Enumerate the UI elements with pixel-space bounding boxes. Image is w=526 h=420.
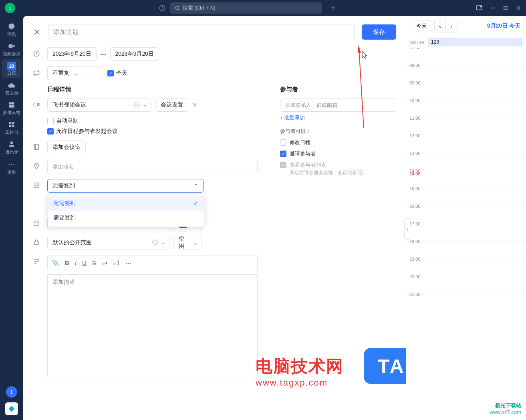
more-icon: ⋯: [8, 160, 15, 169]
visibility-value: 默认的公开范围: [52, 239, 92, 246]
location-input[interactable]: [47, 160, 258, 173]
minimize-button[interactable]: [490, 5, 496, 11]
sidebar-item-more[interactable]: ⋯ 更多: [2, 157, 21, 177]
prev-day-button[interactable]: ‹: [435, 20, 446, 32]
checkin-icon: [33, 182, 40, 189]
svg-rect-21: [34, 144, 39, 150]
today-button[interactable]: 今天: [412, 20, 431, 32]
sidebar-item-bitable[interactable]: 多维表格: [2, 98, 21, 117]
maximize-button[interactable]: [503, 5, 508, 11]
editor-toolbar: 📎 B I U S ≡• ≡1 ⋯: [47, 255, 258, 270]
description-editor[interactable]: 添加描述: [47, 274, 258, 378]
checkin-option-none[interactable]: 无需签到 ✓: [48, 196, 204, 211]
allday-event[interactable]: 123: [428, 38, 523, 46]
current-time-indicator: [426, 174, 526, 174]
current-time-label: 14:08: [409, 171, 421, 176]
underline-button[interactable]: U: [82, 259, 87, 266]
content-area: 保存 2023年9月20日 — 2023年9月20日: [23, 16, 526, 420]
app-sidebar: 消息 视频会议 20 日历 云文档 多维表格 工作台 通讯录 ⋯ 更多: [0, 16, 23, 420]
attach-icon[interactable]: 📎: [52, 259, 59, 267]
chevron-down-icon: ⌄: [143, 101, 148, 109]
close-window-button[interactable]: [516, 5, 521, 11]
checkin-select[interactable]: 无需签到 ⌃ 无需签到 ✓ 需要签到: [47, 179, 204, 193]
svg-rect-8: [9, 44, 13, 48]
auto-record-checkbox[interactable]: 自动录制: [47, 117, 258, 125]
svg-rect-9: [9, 102, 14, 107]
chevron-down-icon: ⌄: [193, 239, 198, 246]
event-form: 保存 2023年9月20日 — 2023年9月20日: [23, 16, 406, 420]
repeat-value: 不重复: [52, 70, 69, 77]
perm-modify-checkbox[interactable]: 修改日程: [280, 139, 396, 146]
svg-rect-12: [12, 122, 14, 124]
svg-rect-13: [9, 125, 11, 127]
timezone-label: GMT+8: [409, 40, 424, 45]
sidebar-item-contacts[interactable]: 通讯录: [2, 138, 21, 157]
perm-invite-checkbox[interactable]: ✓ 邀请参与者: [280, 150, 396, 157]
notification-icon[interactable]: [476, 4, 483, 12]
sidebar-item-label: 消息: [7, 31, 16, 37]
close-button[interactable]: [33, 28, 41, 36]
participants-input[interactable]: [280, 98, 396, 112]
meeting-settings-button[interactable]: 会议设置: [155, 98, 188, 112]
end-date-field[interactable]: 2023年9月20日: [110, 47, 159, 61]
current-date-label: 9月20日 今天: [487, 22, 520, 30]
checkin-option-required[interactable]: 需要签到: [48, 211, 204, 225]
next-day-button[interactable]: ›: [446, 20, 457, 32]
clear-meeting-icon[interactable]: ✕: [192, 102, 197, 108]
allday-checkbox[interactable]: ✓ 全天: [107, 70, 127, 77]
meeting-type-value: 飞书视频会议: [52, 101, 86, 109]
new-tab-button[interactable]: +: [331, 4, 336, 13]
chevron-down-icon: ⌄: [73, 70, 78, 76]
chevron-up-icon: ⌃: [193, 183, 198, 189]
sidebar-item-label: 工作台: [5, 129, 18, 135]
meeting-type-select[interactable]: 飞书视频会议 ⓘ ⌄: [47, 98, 151, 112]
sidebar-item-workspace[interactable]: 工作台: [2, 118, 21, 137]
svg-rect-25: [34, 221, 39, 225]
clock-icon: [33, 50, 40, 57]
search-input[interactable]: 搜索 (Ctrl + K): [170, 2, 322, 14]
chat-icon: [8, 22, 16, 30]
start-date-field[interactable]: 2023年9月20日: [47, 47, 97, 61]
bottom-badge[interactable]: 1: [6, 386, 17, 398]
sidebar-item-messages[interactable]: 消息: [2, 20, 21, 39]
more-format-button[interactable]: ⋯: [125, 259, 131, 267]
calendar-icon: 20: [7, 62, 16, 70]
titlebar: 1 搜索 (Ctrl + K) +: [0, 0, 526, 16]
svg-point-1: [175, 6, 179, 9]
batch-add-button[interactable]: + 批量添加: [280, 114, 396, 121]
allow-start-meeting-checkbox[interactable]: ✓ 允许日程参与者发起会议: [47, 128, 258, 135]
visibility-select[interactable]: 默认的公开范围 ⓘ ⌄: [47, 236, 169, 249]
italic-button[interactable]: I: [75, 259, 77, 266]
svg-point-3: [480, 5, 482, 7]
strike-button[interactable]: S: [92, 259, 96, 266]
repeat-select[interactable]: 不重复 ⌄: [47, 66, 103, 80]
history-icon[interactable]: [159, 4, 166, 12]
day-view-panel: 今天 ‹ › 9月20日 今天 GMT+8 123 07:00 08:00 09…: [406, 16, 526, 420]
sidebar-item-label: 多维表格: [3, 110, 20, 116]
bold-button[interactable]: B: [65, 259, 69, 266]
apps-icon: [8, 121, 16, 129]
allday-label: 全天: [116, 70, 127, 77]
sidebar-item-label: 通讯录: [5, 149, 18, 155]
sidebar-item-video[interactable]: 视频会议: [2, 40, 21, 58]
sidebar-item-calendar[interactable]: 20 日历: [2, 59, 21, 78]
busy-status-select[interactable]: 空闲 ⌄: [173, 236, 202, 249]
subject-input[interactable]: [48, 24, 355, 40]
bullet-list-button[interactable]: ≡•: [102, 259, 107, 266]
add-room-button[interactable]: 添加会议室: [47, 141, 86, 154]
app-logo[interactable]: [5, 402, 18, 415]
number-list-button[interactable]: ≡1: [113, 259, 120, 266]
svg-rect-5: [504, 6, 507, 10]
calendar-select-icon: [33, 219, 40, 227]
perms-title: 参与者可以：: [280, 128, 396, 135]
checkin-value: 无需签到: [52, 182, 75, 189]
save-button[interactable]: 保存: [362, 24, 396, 40]
sidebar-item-docs[interactable]: 云文档: [2, 79, 21, 98]
user-avatar[interactable]: 1: [5, 3, 15, 13]
repeat-icon: [33, 69, 40, 76]
sidebar-item-label: 云文档: [5, 90, 18, 96]
info-icon: ⓘ: [358, 170, 363, 175]
search-icon: [175, 5, 180, 11]
time-grid[interactable]: 07:00 08:00 09:00 10:00 11:00 12:00 13:0…: [406, 48, 526, 420]
sidebar-item-label: 更多: [7, 169, 16, 175]
